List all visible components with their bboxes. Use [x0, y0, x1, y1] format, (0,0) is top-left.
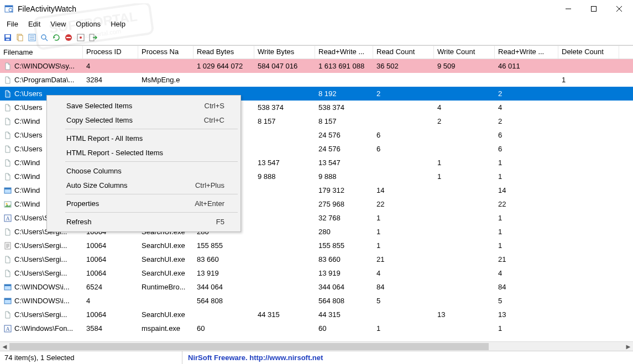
table-row[interactable]: C:\Users\Sergi...10064SearchUI.exe83 660… [0, 252, 633, 266]
svg-line-22 [45, 39, 48, 41]
scroll-track[interactable] [9, 342, 624, 351]
cell-read-count: 6 [373, 145, 434, 153]
cell-read-bytes: 83 660 [193, 255, 254, 263]
maximize-button[interactable] [581, 1, 606, 17]
cell-write-count: 4 [434, 103, 495, 112]
context-menu-item[interactable]: PropertiesAlt+Enter [49, 196, 239, 210]
col-read-count[interactable]: Read Count [373, 46, 434, 59]
col-write-bytes[interactable]: Write Bytes [254, 46, 315, 59]
menubar: File Edit View Options Help [0, 18, 633, 30]
window-title: FileActivityWatch [18, 4, 76, 13]
cell-filename: C:\Users\Sergi... [0, 269, 83, 278]
context-menu-separator [65, 194, 238, 194]
cell-rw-count: 4 [495, 103, 558, 112]
svg-rect-14 [6, 39, 9, 40]
filename-text: C:\Wind [14, 200, 40, 208]
cell-rw-count: 22 [495, 200, 558, 208]
context-menu-item[interactable]: Save Selected ItemsCtrl+S [49, 98, 239, 113]
menu-view[interactable]: View [46, 19, 70, 29]
options-icon[interactable] [75, 32, 86, 43]
table-row[interactable]: C:\WINDOWS\i...6524RuntimeBro...344 0643… [0, 280, 633, 294]
col-process-name[interactable]: Process Na [138, 46, 193, 59]
file-icon [3, 269, 12, 278]
table-row[interactable]: C:\ProgramData\...3284MsMpEng.e1 [0, 73, 633, 87]
exit-icon[interactable] [87, 32, 98, 43]
svg-rect-30 [4, 188, 11, 189]
cell-filename: C:\ProgramData\... [0, 76, 83, 85]
minimize-button[interactable] [556, 1, 581, 17]
col-read-write-count[interactable]: Read+Write ... [495, 46, 558, 59]
cell-read-count: 36 502 [373, 62, 434, 70]
context-menu-item[interactable]: Choose Columns [49, 163, 239, 178]
col-process-id[interactable]: Process ID [83, 46, 138, 59]
cell-pid: 3584 [83, 324, 138, 333]
cell-read-bytes: 564 808 [193, 297, 254, 305]
cell-rw-bytes: 275 968 [315, 200, 373, 208]
context-menu: Save Selected ItemsCtrl+SCopy Selected I… [46, 95, 241, 232]
cell-read-count: 1 [373, 228, 434, 236]
refresh-icon[interactable] [51, 32, 62, 43]
cell-write-bytes: 44 315 [254, 310, 315, 319]
stop-icon[interactable] [63, 32, 74, 43]
cell-rw-bytes: 280 [315, 228, 373, 236]
cell-read-count: 22 [373, 200, 434, 208]
save-icon[interactable] [2, 32, 13, 43]
cell-rw-bytes: 564 808 [315, 297, 373, 305]
cell-write-bytes: 8 157 [254, 117, 315, 125]
table-row[interactable]: C:\Users\Sergi...10064SearchUI.exe13 919… [0, 266, 633, 280]
context-menu-item[interactable]: Copy Selected ItemsCtrl+C [49, 113, 239, 127]
menu-file[interactable]: File [2, 19, 23, 29]
context-menu-item[interactable]: HTML Report - Selected Items [49, 145, 239, 160]
table-row[interactable]: AC:\Windows\Fon...3584mspaint.exe606011 [0, 321, 633, 335]
col-read-bytes[interactable]: Read Bytes [193, 46, 254, 59]
status-credits[interactable]: NirSoft Freeware. http://www.nirsoft.net [182, 351, 633, 364]
properties-icon[interactable] [27, 32, 38, 43]
file-icon [3, 131, 12, 140]
find-icon[interactable] [39, 32, 50, 43]
context-menu-item[interactable]: Auto Size ColumnsCtrl+Plus [49, 178, 239, 192]
close-button[interactable] [606, 1, 632, 17]
file-icon [3, 62, 12, 71]
table-row[interactable]: C:\WINDOWS\sy...41 029 644 072584 047 01… [0, 59, 633, 73]
file-icon: A [3, 214, 12, 223]
horizontal-scrollbar[interactable]: ◄ ► [0, 341, 633, 351]
col-write-count[interactable]: Write Count [434, 46, 495, 59]
cell-read-bytes: 60 [193, 324, 254, 333]
grid-header[interactable]: Filename Process ID Process Na Read Byte… [0, 46, 633, 59]
menu-options[interactable]: Options [71, 19, 105, 29]
cell-read-count: 6 [373, 131, 434, 139]
cell-write-count: 1 [434, 159, 495, 167]
scroll-right-arrow-icon[interactable]: ► [624, 342, 633, 351]
table-row[interactable]: C:\Users\Sergi...10064SearchUI.exe155 85… [0, 239, 633, 252]
col-delete-count[interactable]: Delete Count [558, 46, 619, 59]
filename-text: C:\Wind [14, 172, 40, 181]
cell-pname: SearchUI.exe [138, 241, 193, 250]
menu-help[interactable]: Help [106, 19, 130, 29]
context-menu-shortcut: Ctrl+C [204, 116, 224, 124]
scroll-left-arrow-icon[interactable]: ◄ [0, 342, 9, 351]
table-row[interactable]: C:\Users\Sergi...10064SearchUI.exe44 315… [0, 308, 633, 321]
cell-filename: C:\WINDOWS\i... [0, 297, 83, 305]
scroll-thumb[interactable] [9, 343, 489, 350]
cell-write-count: 9 509 [434, 62, 495, 70]
filename-text: C:\Users [14, 89, 43, 98]
cell-read-count: 2 [373, 89, 434, 98]
cell-filename: C:\WINDOWS\sy... [0, 62, 83, 71]
col-read-write-bytes[interactable]: Read+Write ... [315, 46, 373, 59]
svg-point-21 [41, 35, 46, 39]
cell-rw-count: 2 [495, 89, 558, 98]
svg-text:A: A [6, 215, 10, 221]
cell-pid: 10064 [83, 255, 138, 263]
col-filename[interactable]: Filename [0, 46, 83, 59]
context-menu-item[interactable]: RefreshF5 [49, 214, 239, 229]
context-menu-label: Copy Selected Items [66, 116, 133, 124]
cell-filename: C:\WINDOWS\i... [0, 283, 83, 292]
table-row[interactable]: C:\WINDOWS\i...4564 808564 80855 [0, 294, 633, 308]
cell-read-count: 1 [373, 214, 434, 222]
svg-point-32 [6, 203, 8, 204]
copy-icon[interactable] [14, 32, 25, 43]
filename-text: C:\Windows\Fon... [14, 324, 73, 333]
menu-edit[interactable]: Edit [24, 19, 45, 29]
svg-rect-41 [4, 284, 11, 286]
context-menu-item[interactable]: HTML Report - All Items [49, 131, 239, 145]
